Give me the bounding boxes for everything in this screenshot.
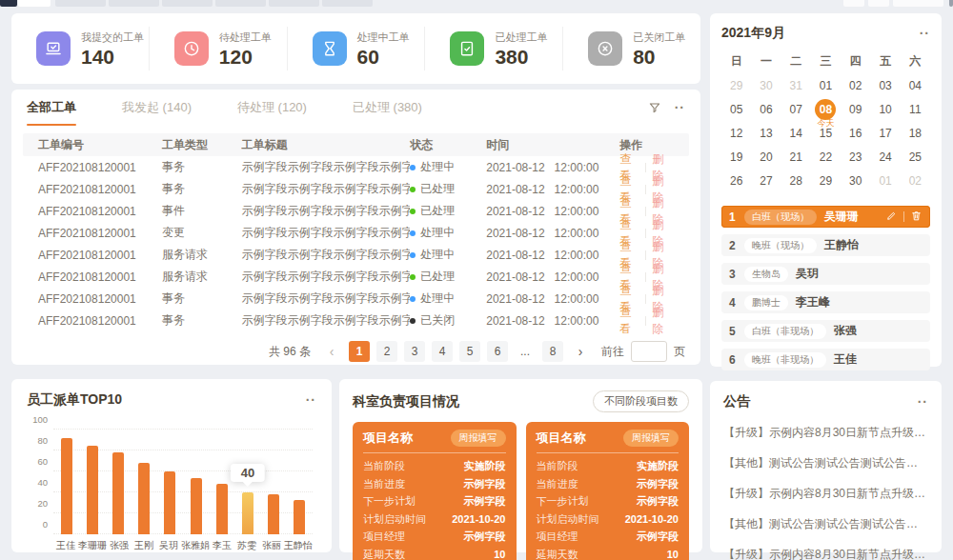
cell-status: 处理中 xyxy=(410,225,486,241)
project-stage-count-button[interactable]: 不同阶段项目数 xyxy=(593,390,689,412)
calendar-day[interactable]: 08今天 xyxy=(811,97,841,121)
page-button-1[interactable]: 1 xyxy=(349,341,370,362)
active-tab-stub[interactable] xyxy=(0,0,17,7)
weekly-report-badge[interactable]: 周报填写 xyxy=(623,430,679,447)
calendar-day[interactable]: 14 xyxy=(781,121,811,145)
page-button-6[interactable]: 6 xyxy=(487,341,508,362)
calendar-day[interactable]: 09 xyxy=(841,97,870,121)
tab-workorders-0[interactable]: 全部工单 xyxy=(27,99,76,116)
calendar-day[interactable]: 23 xyxy=(841,145,870,169)
calendar-day[interactable]: 28 xyxy=(781,169,811,192)
calendar-day[interactable]: 02 xyxy=(901,169,930,192)
notice-item[interactable]: 【升级】示例内容8月30日新节点升级计划通知 xyxy=(723,547,928,560)
calendar-day[interactable]: 12 xyxy=(721,121,751,145)
tab-workorders-3[interactable]: 已处理 (380) xyxy=(353,99,422,116)
weekly-report-badge[interactable]: 周报填写 xyxy=(451,430,506,447)
calendar-day[interactable]: 05 xyxy=(721,97,751,121)
tab-stub[interactable] xyxy=(215,0,266,7)
calendar-day[interactable]: 22 xyxy=(811,145,841,169)
next-page-button[interactable]: › xyxy=(570,341,591,362)
tab-stub[interactable] xyxy=(893,0,943,7)
calendar-day[interactable]: 02 xyxy=(841,73,870,97)
bar-王刚[interactable] xyxy=(138,463,150,534)
calendar-day[interactable]: 25 xyxy=(901,145,930,169)
page-button-2[interactable]: 2 xyxy=(376,341,397,362)
notice-item[interactable]: 【其他】测试公告测试公告测试公告测试公告测试公告 xyxy=(723,516,928,532)
calendar-day[interactable]: 18 xyxy=(901,121,930,145)
more-icon[interactable]: ·· xyxy=(306,393,316,407)
bar-苏雯[interactable] xyxy=(242,492,253,534)
page-button-3[interactable]: 3 xyxy=(404,341,425,362)
tab-workorders-2[interactable]: 待处理 (120) xyxy=(237,99,307,116)
tab-stub[interactable] xyxy=(109,0,159,7)
calendar-day[interactable]: 19 xyxy=(721,145,751,169)
divider xyxy=(645,294,646,304)
prev-page-button[interactable]: ‹ xyxy=(321,341,342,362)
tab-stub[interactable] xyxy=(322,0,373,7)
tab-stub[interactable] xyxy=(55,0,106,7)
bar-张雅娟[interactable] xyxy=(191,478,202,534)
project-card[interactable]: 项目名称周报填写当前阶段实施阶段当前进度示例字段下一步计划示例字段计划启动时间2… xyxy=(353,422,517,560)
more-icon[interactable]: ·· xyxy=(675,101,685,114)
calendar-day[interactable]: 30 xyxy=(751,73,781,97)
date: 2021-08-12 xyxy=(486,227,544,240)
project-card[interactable]: 项目名称周报填写当前阶段实施阶段当前进度示例字段下一步计划示例字段计划启动时间2… xyxy=(526,422,690,560)
calendar-day[interactable]: 29 xyxy=(811,169,841,192)
duty-row[interactable]: 1白班（现场）吴珊珊 xyxy=(721,206,930,228)
calendar-day[interactable]: 30 xyxy=(841,169,870,192)
calendar-day[interactable]: 16 xyxy=(841,121,870,145)
filter-icon[interactable] xyxy=(648,101,661,114)
calendar-day[interactable]: 04 xyxy=(901,73,930,97)
duty-row[interactable]: 4鹏博士李王峰 xyxy=(721,291,930,313)
more-icon[interactable]: ·· xyxy=(920,27,930,40)
notice-item[interactable]: 【升级】示例内容8月30日新节点升级计划通知 xyxy=(723,486,928,502)
stat-label: 我提交的工单 xyxy=(81,30,144,45)
bar-吴玥[interactable] xyxy=(164,471,175,534)
page-button-5[interactable]: 5 xyxy=(459,341,480,362)
bar-李玉[interactable] xyxy=(216,484,228,534)
bar-张丽[interactable] xyxy=(268,494,279,534)
duty-row[interactable]: 6晚班（非现场）王佳 xyxy=(721,349,930,370)
calendar-day[interactable]: 11 xyxy=(901,97,930,121)
goto-page-input[interactable] xyxy=(631,341,667,362)
bar-王佳[interactable] xyxy=(61,438,72,534)
notice-item[interactable]: 【升级】示例内容8月30日新节点升级计划通知 xyxy=(723,425,928,441)
bar-张强[interactable] xyxy=(112,452,124,534)
calendar-day[interactable]: 10 xyxy=(870,97,900,121)
more-icon[interactable]: ·· xyxy=(918,395,928,409)
delete-link[interactable]: 删除 xyxy=(652,305,670,337)
duty-row[interactable]: 2晚班（现场）王静怡 xyxy=(721,234,930,256)
calendar-day[interactable]: 29 xyxy=(721,73,751,97)
duty-row[interactable]: 5白班（非现场）张强 xyxy=(721,320,930,342)
tab-workorders-1[interactable]: 我发起 (140) xyxy=(122,99,192,116)
bar-王静怡[interactable] xyxy=(294,500,305,534)
calendar-day[interactable]: 26 xyxy=(721,169,751,192)
duty-row[interactable]: 3生物岛吴玥 xyxy=(721,263,930,285)
calendar-day[interactable]: 21 xyxy=(781,145,811,169)
calendar-day[interactable]: 03 xyxy=(870,73,900,97)
calendar-day[interactable]: 01 xyxy=(870,169,900,192)
calendar-day[interactable]: 06 xyxy=(751,97,781,121)
view-link[interactable]: 查看 xyxy=(619,305,638,337)
workorder-tabs: 全部工单我发起 (140)待处理 (120)已处理 (380) xyxy=(27,99,468,116)
calendar-day[interactable]: 27 xyxy=(751,169,781,192)
calendar-day[interactable]: 07 xyxy=(781,97,811,121)
tab-stub[interactable] xyxy=(843,0,864,7)
calendar-day[interactable]: 13 xyxy=(751,121,781,145)
page-button-4[interactable]: 4 xyxy=(432,341,453,362)
tab-stub[interactable] xyxy=(162,0,213,7)
edit-icon[interactable] xyxy=(885,209,898,226)
bar-李珊珊[interactable] xyxy=(87,446,98,535)
scrollbar[interactable] xyxy=(949,0,953,7)
tab-stub[interactable] xyxy=(18,0,51,7)
calendar-day[interactable]: 17 xyxy=(870,121,900,145)
calendar-day[interactable]: 20 xyxy=(751,145,781,169)
page-button-8[interactable]: 8 xyxy=(542,341,563,362)
notice-item[interactable]: 【其他】测试公告测试公告测试公告测试公告测试公告 xyxy=(723,455,928,471)
trash-icon[interactable] xyxy=(910,209,923,226)
calendar-day[interactable]: 01 xyxy=(811,73,841,97)
tab-stub[interactable] xyxy=(868,0,889,7)
tab-stub[interactable] xyxy=(269,0,319,7)
calendar-day[interactable]: 24 xyxy=(870,145,900,169)
calendar-day[interactable]: 31 xyxy=(781,73,811,97)
